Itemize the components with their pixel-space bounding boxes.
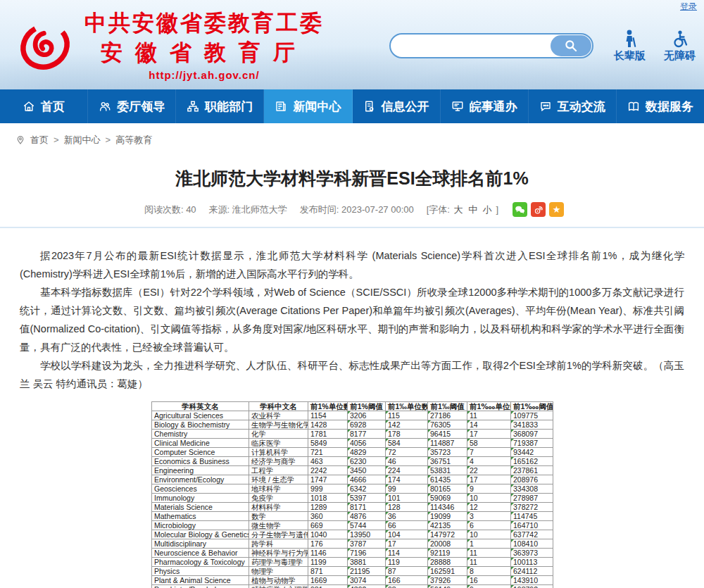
esi-cell: 20008 <box>428 539 467 549</box>
esi-cell: Psychiatry/Psychology <box>152 585 249 588</box>
esi-cell: 109775 <box>511 411 553 420</box>
esi-cell: 5744 <box>348 521 386 530</box>
book-icon <box>627 100 640 113</box>
nav-label: 委厅领导 <box>117 99 165 115</box>
esi-cell: 12 <box>467 503 511 512</box>
home-icon <box>23 100 35 113</box>
esi-cell: 101 <box>386 494 428 503</box>
esi-cell: 1289 <box>308 503 348 512</box>
search-button[interactable] <box>551 35 591 56</box>
elder-version-label: 长辈版 <box>614 49 646 63</box>
nav-item-services[interactable]: 皖事通办 <box>441 89 529 123</box>
esi-table-row: Geosciences地球科学999634299801659334308 <box>152 484 553 494</box>
article-title: 淮北师范大学材料学科新晋ESI全球排名前1% <box>0 167 704 190</box>
esi-cell: 178 <box>386 430 428 439</box>
esi-cell: 免疫学 <box>249 494 308 503</box>
esi-cell: 721 <box>308 448 348 457</box>
login-link[interactable]: 登录 <box>680 1 697 13</box>
esi-cell: 7 <box>467 448 511 457</box>
esi-cell: 材料科学 <box>249 503 308 512</box>
favorite-star-icon[interactable]: ★ <box>549 202 564 217</box>
esi-column-header: 前1%阈值 <box>348 402 386 411</box>
esi-cell: 208976 <box>511 475 553 484</box>
esi-cell: 76305 <box>428 420 467 430</box>
nav-item-info-disclosure[interactable]: 信息公开 <box>353 89 441 123</box>
esi-cell: 4829 <box>348 448 386 457</box>
anhui-education-emblem-icon <box>15 15 75 75</box>
esi-cell: 114887 <box>428 439 467 448</box>
esi-cell: 3206 <box>348 411 386 420</box>
weibo-share-icon[interactable] <box>531 202 546 217</box>
source-label: 来源: <box>209 204 230 215</box>
font-size-medium[interactable]: 中 <box>468 204 477 215</box>
esi-cell: Multidisciplinary <box>152 539 249 549</box>
esi-cell: 378272 <box>511 503 553 512</box>
font-size-small[interactable]: 小 <box>483 204 492 215</box>
nav-item-departments[interactable]: 职能部门 <box>176 89 264 123</box>
esi-cell: 96415 <box>428 430 467 439</box>
esi-table-row: Biology & Biochemistry生物学与生物化学1428692814… <box>152 420 553 430</box>
breadcrumb-news-center[interactable]: 新闻中心 <box>64 134 101 146</box>
accessibility-button[interactable]: 无障碍 <box>664 28 696 63</box>
wechat-share-icon[interactable] <box>513 202 527 217</box>
esi-cell: 53831 <box>428 466 467 475</box>
site-logo[interactable]: 中共安徽省委教育工委 安徽省教育厅 http://jyt.ah.gov.cn/ <box>15 8 324 81</box>
esi-cell: 363973 <box>511 549 553 558</box>
esi-column-header: 学科中文名 <box>249 402 308 411</box>
esi-cell: 17 <box>467 475 511 484</box>
nav-item-home[interactable]: 首页 <box>0 89 88 123</box>
esi-cell: 4056 <box>348 439 386 448</box>
breadcrumb-home[interactable]: 首页 <box>30 134 49 146</box>
esi-cell: 27186 <box>428 411 467 420</box>
esi-cell: 3787 <box>348 539 386 549</box>
esi-cell: 9 <box>467 585 511 588</box>
esi-cell: 9 <box>467 484 511 494</box>
esi-cell: 1018 <box>308 494 348 503</box>
esi-cell: 162591 <box>428 567 467 576</box>
esi-cell: 1428 <box>308 420 348 430</box>
nav-label: 新闻中心 <box>293 99 341 115</box>
esi-cell: 174 <box>386 475 428 484</box>
font-size-large[interactable]: 大 <box>454 204 463 215</box>
esi-table-row: Plant & Animal Science植物与动物学166930741663… <box>152 576 553 585</box>
esi-column-header: 前1‰单位数 <box>386 402 428 411</box>
breadcrumb: 首页 > 新闻中心 > 高等教育 <box>0 123 704 147</box>
esi-column-header: 前1‱单位数 <box>467 402 511 411</box>
esi-table-row: Clinical Medicine临床医学5849405658411488758… <box>152 439 553 448</box>
esi-cell: 跨学科 <box>249 539 308 549</box>
esi-cell: 37926 <box>428 576 467 585</box>
breadcrumb-higher-education[interactable]: 高等教育 <box>115 134 152 146</box>
esi-cell: 56149 <box>428 585 467 588</box>
esi-cell: 114 <box>386 549 428 558</box>
esi-cell: Neuroscience & Behavior <box>152 549 249 558</box>
esi-cell: 36751 <box>428 457 467 466</box>
esi-table-row: Psychiatry/Psychology精神病学 / 心理学981439298… <box>152 585 553 588</box>
esi-table-row: Neuroscience & Behavior神经科学与行为学114671961… <box>152 549 553 558</box>
esi-cell: 11 <box>467 549 511 558</box>
esi-cell: 地球科学 <box>249 484 308 494</box>
esi-cell: 999 <box>308 484 348 494</box>
esi-cell: 93442 <box>511 448 553 457</box>
esi-cell: 6230 <box>348 457 386 466</box>
esi-cell: 360 <box>308 512 348 521</box>
nav-item-data-services[interactable]: 数据服务 <box>617 89 704 123</box>
esi-cell: 224 <box>386 466 428 475</box>
article-meta: 阅读次数: 40 来源: 淮北师范大学 发布时间: 2023-07-27 00:… <box>0 202 704 217</box>
esi-cell: 114745 <box>511 512 553 521</box>
nav-item-news[interactable]: 新闻中心 <box>264 89 352 123</box>
esi-cell: 637742 <box>511 530 553 539</box>
esi-cell: 46 <box>386 457 428 466</box>
esi-cell: 143910 <box>511 576 553 585</box>
nav-item-interaction[interactable]: 互动交流 <box>529 89 617 123</box>
elder-version-button[interactable]: 长辈版 <box>614 28 646 63</box>
font-suffix: ] <box>496 204 498 215</box>
esi-cell: 1669 <box>308 576 348 585</box>
esi-cell: 237861 <box>511 466 553 475</box>
esi-cell: 环境 / 生态学 <box>249 475 308 484</box>
esi-cell: 6 <box>467 521 511 530</box>
esi-table-head-row: 学科英文名学科中文名前1%单位数前1%阈值前1‰单位数前1‰阈值前1‱单位数前1… <box>152 402 553 411</box>
nav-item-leaders[interactable]: 委厅领导 <box>88 89 176 123</box>
esi-cell: 14 <box>467 420 511 430</box>
search-input[interactable] <box>391 35 551 57</box>
esi-cell: 8171 <box>348 503 386 512</box>
